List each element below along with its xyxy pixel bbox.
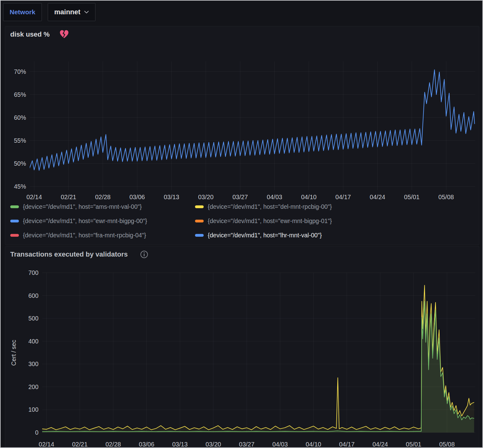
legend-label: {device="/dev/md1", host="ams-mnt-val-00… bbox=[23, 203, 142, 210]
svg-text:45%: 45% bbox=[14, 183, 26, 190]
legend-swatch bbox=[195, 205, 204, 208]
svg-text:04/17: 04/17 bbox=[339, 441, 355, 448]
svg-text:500: 500 bbox=[28, 315, 38, 322]
legend-item[interactable]: {device="/dev/md1", host="ams-mnt-val-00… bbox=[10, 202, 195, 211]
svg-text:03/06: 03/06 bbox=[129, 194, 145, 200]
panel-title: disk used % bbox=[10, 30, 50, 38]
svg-text:60%: 60% bbox=[14, 114, 26, 121]
legend-label: {device="/dev/md1", host="ewr-mnt-bigpg-… bbox=[208, 217, 332, 225]
svg-text:50%: 50% bbox=[14, 160, 26, 167]
svg-text:04/10: 04/10 bbox=[306, 441, 321, 448]
disk-used-chart[interactable]: 45%50%55%60%65%70%02/1402/2102/2803/0603… bbox=[5, 47, 480, 202]
broken-heart-icon bbox=[60, 30, 69, 39]
svg-text:02/21: 02/21 bbox=[72, 441, 87, 448]
svg-text:02/14: 02/14 bbox=[39, 441, 54, 448]
network-variable-value: mainnet bbox=[54, 8, 80, 16]
svg-text:700: 700 bbox=[28, 269, 38, 276]
svg-text:02/21: 02/21 bbox=[61, 194, 76, 200]
legend-label: {device="/dev/md1", host="lhr-mnt-val-00… bbox=[208, 232, 322, 239]
svg-text:03/13: 03/13 bbox=[164, 194, 179, 200]
network-variable-dropdown[interactable]: mainnet bbox=[48, 3, 95, 21]
legend-item[interactable]: {device="/dev/md1", host="del-mnt-rpcbig… bbox=[195, 202, 475, 211]
legend-swatch bbox=[10, 234, 19, 237]
svg-text:Cert / sec: Cert / sec bbox=[10, 340, 17, 366]
info-icon[interactable] bbox=[140, 250, 148, 258]
legend-swatch bbox=[195, 220, 204, 222]
svg-text:03/20: 03/20 bbox=[198, 194, 214, 200]
svg-text:65%: 65% bbox=[14, 91, 26, 98]
legend-swatch bbox=[10, 205, 19, 208]
svg-text:04/24: 04/24 bbox=[370, 194, 385, 200]
svg-text:05/08: 05/08 bbox=[439, 441, 455, 448]
svg-text:300: 300 bbox=[28, 361, 38, 367]
legend-item[interactable]: {device="/dev/md1", host="lhr-mnt-val-00… bbox=[195, 231, 475, 240]
svg-text:03/27: 03/27 bbox=[239, 441, 255, 448]
svg-text:03/20: 03/20 bbox=[206, 441, 221, 448]
transactions-chart[interactable]: 010020030040050060070002/1402/2102/2803/… bbox=[5, 265, 480, 448]
svg-text:600: 600 bbox=[28, 292, 38, 299]
svg-text:04/03: 04/03 bbox=[272, 441, 288, 448]
network-variable-label-text: Network bbox=[10, 8, 35, 16]
legend-label: {device="/dev/md1", host="fra-mnt-rpcbig… bbox=[23, 232, 146, 239]
svg-text:02/28: 02/28 bbox=[95, 194, 111, 200]
svg-text:05/01: 05/01 bbox=[406, 441, 421, 448]
legend-item[interactable]: {device="/dev/md1", host="ewr-mnt-bigpg-… bbox=[195, 216, 475, 226]
svg-text:02/14: 02/14 bbox=[26, 194, 42, 200]
legend-label: {device="/dev/md1", host="del-mnt-rpcbig… bbox=[208, 203, 332, 210]
legend-item[interactable]: {device="/dev/md1", host="ewr-mnt-bigpg-… bbox=[10, 216, 195, 226]
svg-text:05/01: 05/01 bbox=[404, 194, 419, 200]
disk-used-legend: {device="/dev/md1", host="ams-mnt-val-00… bbox=[10, 202, 475, 240]
svg-text:200: 200 bbox=[28, 383, 38, 390]
svg-text:03/13: 03/13 bbox=[172, 441, 188, 448]
svg-text:400: 400 bbox=[28, 338, 38, 345]
svg-text:04/03: 04/03 bbox=[267, 194, 282, 200]
svg-text:04/10: 04/10 bbox=[301, 194, 317, 200]
transactions-panel-header[interactable]: Transactions executed by validators bbox=[5, 246, 479, 262]
legend-swatch bbox=[10, 220, 19, 222]
legend-swatch bbox=[195, 234, 204, 237]
panel-title: Transactions executed by validators bbox=[10, 250, 128, 258]
svg-text:0: 0 bbox=[35, 429, 38, 436]
legend-item[interactable]: {device="/dev/md1", host="fra-mnt-rpcbig… bbox=[10, 231, 195, 240]
svg-text:04/24: 04/24 bbox=[372, 441, 388, 448]
svg-text:03/06: 03/06 bbox=[139, 441, 154, 448]
svg-text:100: 100 bbox=[28, 406, 38, 413]
svg-text:02/28: 02/28 bbox=[105, 441, 121, 448]
svg-text:05/08: 05/08 bbox=[438, 194, 454, 200]
transactions-panel: Transactions executed by validators 0100… bbox=[5, 246, 479, 448]
svg-text:70%: 70% bbox=[14, 68, 26, 75]
disk-used-panel: disk used % 45%50%55%60%65%70%02/1402/21… bbox=[5, 26, 479, 245]
svg-text:55%: 55% bbox=[14, 137, 26, 144]
network-variable-label: Network bbox=[3, 3, 42, 21]
svg-text:03/27: 03/27 bbox=[233, 194, 248, 200]
legend-label: {device="/dev/md1", host="ewr-mnt-bigpg-… bbox=[23, 217, 147, 225]
chevron-down-icon bbox=[84, 11, 89, 14]
svg-text:04/17: 04/17 bbox=[335, 194, 351, 200]
disk-used-panel-header[interactable]: disk used % bbox=[5, 26, 479, 43]
grafana-dashboard: Network mainnet disk used % 45%50%55%60%… bbox=[0, 0, 483, 448]
